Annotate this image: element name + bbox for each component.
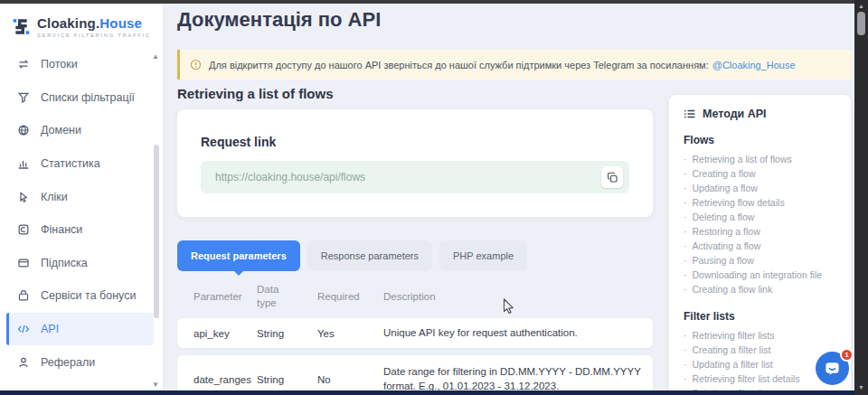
list-icon [684,108,696,120]
sidebar-item-services[interactable]: Сервіси та бонуси [6,279,154,313]
copy-icon [607,172,618,183]
scroll-down-icon[interactable]: ▼ [854,383,868,392]
sidebar-item-statistics[interactable]: Статистика [6,147,154,181]
tab-request-parameters[interactable]: Request parameters [177,240,300,271]
sidebar-item-filter-lists[interactable]: Списки фільтрації [6,81,154,115]
table-row: api_key String Yes Unique API key for re… [177,318,653,348]
sidebar-scroll-down-icon[interactable]: ▼ [152,381,159,389]
api-methods-panel: Методи API Flows Retrieving a list of fl… [669,95,851,395]
filter-lists-icon [17,91,30,104]
sidebar-item-label: Кліки [41,191,68,203]
method-link[interactable]: Pausing a flow [684,253,844,268]
method-link[interactable]: Downloading an integration file [684,268,844,282]
method-link[interactable]: Creating a filter list [684,343,844,357]
notice-banner: Для відкриття доступу до нашого API звер… [177,50,852,80]
referrals-icon [17,356,30,369]
browser-scrollbar[interactable]: ▲ ▼ [854,0,868,395]
flows-icon [17,58,30,71]
brand-tagline: SERVICE FILTERING TRAFFIC [37,33,151,38]
cell-required: No [317,374,383,385]
chat-bubble-icon [824,360,841,377]
cell-data-type: String [257,328,317,339]
statistics-icon [17,157,30,170]
col-parameter: Parameter [193,291,257,302]
col-data-type: Data type [257,283,284,310]
methods-group-flows: Flows [684,134,844,146]
request-url: https://cloaking.house/api/flows [215,171,365,183]
sidebar-scrollbar-thumb[interactable] [154,145,159,318]
method-link[interactable]: Retrieving a list of flows [684,152,844,166]
sidebar-item-domains[interactable]: Домени [6,114,154,147]
brand-name: Cloaking. [37,15,99,31]
api-icon [17,323,30,335]
sidebar-item-api[interactable]: API [6,313,154,346]
sidebar-item-label: Списки фільтрації [41,91,135,104]
method-link[interactable]: Creating a flow link [684,282,844,296]
app-window: Cloaking.House SERVICE FILTERING TRAFFIC… [0,0,868,395]
sidebar-item-finance[interactable]: Фінанси [6,213,154,247]
finance-icon [17,223,30,236]
cell-data-type: String [257,374,317,385]
cell-description: Date range for filtering in DD.MM.YYYY -… [383,365,642,393]
request-link-card: Request link https://cloaking.house/api/… [177,109,653,217]
method-link[interactable]: Deleting a flow [684,210,844,224]
sidebar-item-label: API [41,323,59,335]
scroll-up-icon[interactable]: ▲ [854,2,868,11]
method-link[interactable]: Retrieving filter lists [684,328,844,343]
domains-icon [17,124,30,136]
table-header: Parameter Data type Required Description [177,279,653,314]
sidebar-item-clicks[interactable]: Кліки [6,180,154,213]
method-link[interactable]: Retrieving flow details [684,195,844,210]
notice-text: Для відкриття доступу до нашого API звер… [209,60,709,71]
method-link[interactable]: Activating a flow [684,239,844,253]
cell-parameter: date_ranges [193,374,257,385]
sidebar-item-label: Сервіси та бонуси [41,289,136,302]
sidebar-item-label: Домени [41,124,81,136]
method-link[interactable]: Updating a flow [684,181,844,195]
method-link[interactable]: Restoring a flow [684,224,844,239]
methods-title: Методи API [703,108,767,120]
col-required: Required [317,291,383,302]
method-link[interactable]: Creating a flow [684,166,844,181]
col-description: Description [383,291,653,302]
sidebar-item-label: Потоки [41,58,78,71]
sidebar-item-label: Реферали [41,356,95,369]
request-link-title: Request link [201,135,276,149]
logo-text: Cloaking.House SERVICE FILTERING TRAFFIC [37,15,151,38]
brand-mark-icon [12,17,31,36]
cell-required: Yes [317,328,383,339]
request-url-field: https://cloaking.house/api/flows [201,161,629,193]
sidebar-item-label: Підписка [41,257,88,269]
page-title: Документація по API [177,8,381,32]
subscription-icon [17,257,30,269]
info-icon [190,59,202,71]
telegram-link[interactable]: @Cloaking_House [712,60,796,71]
tab-php-example[interactable]: PHP example [439,240,527,271]
table-row: date_ranges String No Date range for fil… [177,355,653,395]
brand-name-accent: House [99,15,142,31]
sidebar-item-subscription[interactable]: Підписка [6,247,154,280]
cell-description: Unique API key for request authenticatio… [383,326,642,341]
bottom-window-strip [0,390,868,395]
sidebar-item-label: Фінанси [41,223,82,236]
tab-response-parameters[interactable]: Response parameters [307,240,432,271]
methods-group-filter-lists: Filter lists [684,310,844,323]
tab-bar: Request parameters Response parameters P… [177,240,527,271]
services-icon [17,289,30,302]
section-title: Retrieving a list of flows [177,86,334,101]
sidebar: Cloaking.House SERVICE FILTERING TRAFFIC… [0,4,164,390]
copy-button[interactable] [601,166,623,188]
logo[interactable]: Cloaking.House SERVICE FILTERING TRAFFIC [0,4,163,38]
cell-parameter: api_key [193,328,257,339]
mouse-cursor [503,298,515,315]
sidebar-item-flows[interactable]: Потоки [6,48,154,81]
sidebar-item-referrals[interactable]: Реферали [6,345,154,379]
chat-unread-badge: 1 [840,348,854,362]
clicks-icon [17,191,30,203]
top-window-strip [0,0,868,4]
sidebar-nav: Потоки Списки фільтрації Домени Статисти… [0,48,163,379]
sidebar-item-label: Статистика [41,157,100,170]
methods-header: Методи API [684,108,844,120]
scrollbar-thumb[interactable] [857,12,865,35]
